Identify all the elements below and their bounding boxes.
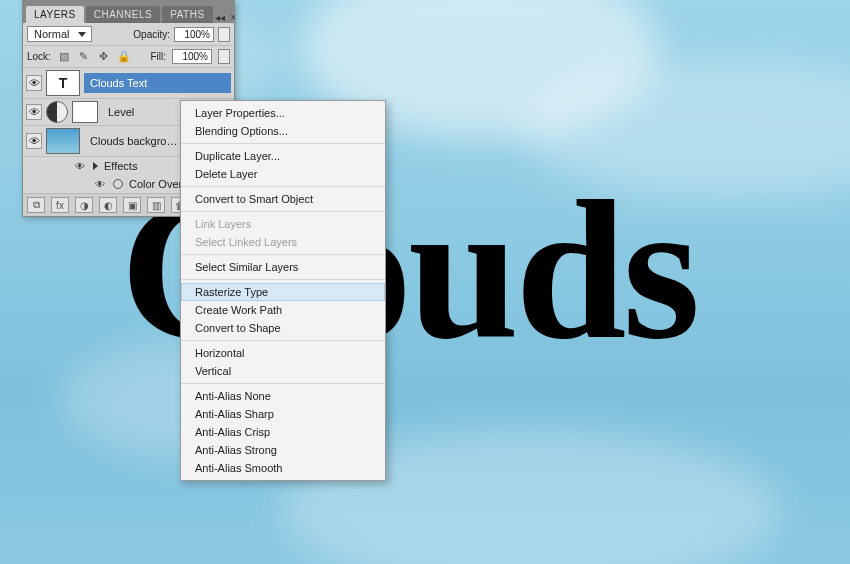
menu-item: Link Layers [181,215,385,233]
visibility-icon[interactable]: 👁 [26,133,42,149]
lock-all-icon[interactable]: 🔒 [117,50,131,64]
close-icon[interactable]: × [231,12,237,23]
menu-item[interactable]: Convert to Smart Object [181,190,385,208]
layer-label: Clouds Text [84,73,231,93]
menu-item[interactable]: Select Similar Layers [181,258,385,276]
menu-item[interactable]: Duplicate Layer... [181,147,385,165]
menu-item[interactable]: Anti-Alias None [181,387,385,405]
menu-item: Select Linked Layers [181,233,385,251]
effect-dot-icon [113,179,123,189]
blend-row: Normal Opacity: 100% [23,23,234,46]
link-icon[interactable]: ⧉ [27,197,45,213]
new-layer-icon[interactable]: ▥ [147,197,165,213]
tab-paths[interactable]: PATHS [162,6,212,23]
visibility-icon[interactable]: 👁 [26,75,42,91]
menu-item[interactable]: Rasterize Type [181,283,385,301]
menu-item[interactable]: Blending Options... [181,122,385,140]
context-menu: Layer Properties...Blending Options...Du… [180,100,386,481]
menu-item[interactable]: Create Work Path [181,301,385,319]
blend-mode-select[interactable]: Normal [27,26,92,42]
opacity-stepper[interactable] [218,27,230,42]
menu-item[interactable]: Anti-Alias Sharp [181,405,385,423]
layer-thumb-image [46,128,80,154]
menu-item[interactable]: Anti-Alias Crisp [181,423,385,441]
effects-label: Effects [104,160,137,172]
lock-row: Lock: ▧ ✎ ✥ 🔒 Fill: 100% [23,46,234,68]
fill-stepper[interactable] [218,49,230,64]
menu-item[interactable]: Convert to Shape [181,319,385,337]
opacity-label: Opacity: [133,29,170,40]
menu-item[interactable]: Vertical [181,362,385,380]
lock-position-icon[interactable]: ✥ [97,50,111,64]
menu-item[interactable]: Anti-Alias Strong [181,441,385,459]
tab-layers[interactable]: LAYERS [26,6,84,23]
lock-transparency-icon[interactable]: ▧ [57,50,71,64]
tab-channels[interactable]: CHANNELS [86,6,160,23]
group-icon[interactable]: ▣ [123,197,141,213]
layer-thumb-adjustment [46,101,68,123]
lock-paint-icon[interactable]: ✎ [77,50,91,64]
fx-icon[interactable]: fx [51,197,69,213]
opacity-input[interactable]: 100% [174,27,214,42]
layer-mask-thumb [72,101,98,123]
adjustment-icon[interactable]: ◐ [99,197,117,213]
visibility-icon[interactable]: 👁 [26,104,42,120]
fill-input[interactable]: 100% [172,49,212,64]
collapse-icon[interactable]: ◂◂ [215,12,225,23]
fill-label: Fill: [150,51,166,62]
visibility-icon[interactable]: 👁 [73,159,87,173]
layer-clouds-text[interactable]: 👁 T Clouds Text [23,68,234,99]
visibility-icon[interactable]: 👁 [93,177,107,191]
menu-item[interactable]: Anti-Alias Smooth [181,459,385,477]
layer-thumb-text: T [46,70,80,96]
mask-icon[interactable]: ◑ [75,197,93,213]
menu-item[interactable]: Horizontal [181,344,385,362]
disclosure-triangle-icon[interactable] [93,162,98,170]
menu-item[interactable]: Delete Layer [181,165,385,183]
panel-tabs: LAYERS CHANNELS PATHS ◂◂ × [23,1,234,23]
lock-label: Lock: [27,51,51,62]
menu-item[interactable]: Layer Properties... [181,104,385,122]
